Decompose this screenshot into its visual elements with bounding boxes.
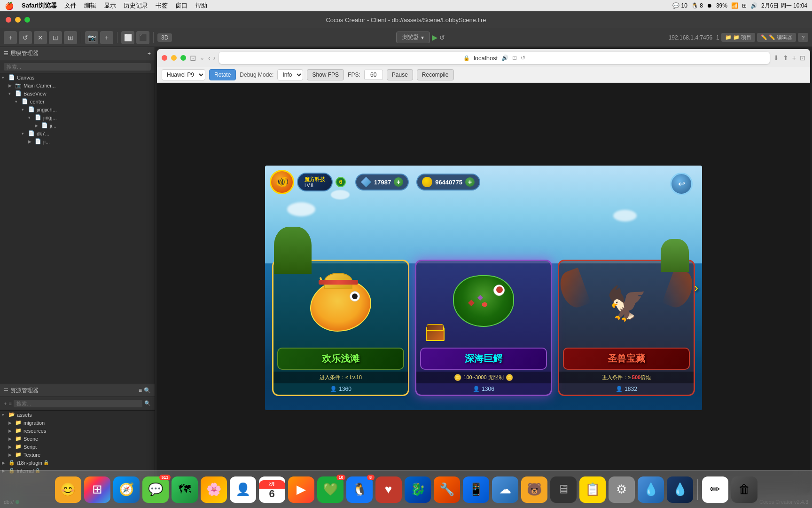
browser-max-btn[interactable]	[180, 55, 186, 61]
asset-search-input[interactable]	[14, 400, 142, 407]
tree-center[interactable]: ▾ 📄 center	[0, 97, 155, 105]
toolbar-layout1[interactable]: ⊡	[49, 31, 62, 44]
toolbar-refresh[interactable]: ↺	[19, 31, 32, 44]
tree-jingji1[interactable]: ▾ 📄 jingjich...	[0, 105, 155, 113]
dock-waterapp1[interactable]: 💧	[638, 476, 664, 503]
menubar-qq[interactable]: 🐧 8	[691, 2, 703, 9]
window-close[interactable]	[6, 17, 11, 23]
recompile-btn[interactable]: Recompile	[417, 69, 454, 80]
tree-scene[interactable]: ▶ 📁 Scene	[0, 435, 155, 443]
add-diamond-btn[interactable]: +	[394, 177, 403, 187]
menubar-wifi[interactable]: 📶	[731, 2, 738, 9]
tree-ji[interactable]: ▶ 📄 ji...	[0, 121, 155, 129]
dock-qq[interactable]: 🐧 8	[346, 476, 373, 503]
toolbar-3d-btn[interactable]: 3D	[157, 33, 172, 42]
download-icon[interactable]: ⬇	[773, 54, 779, 62]
dock-play[interactable]: ▶	[288, 476, 314, 503]
hierarchy-add-icon[interactable]: +	[148, 50, 151, 57]
window-maximize[interactable]	[24, 17, 30, 23]
toolbar-reload-btn[interactable]: ↺	[439, 34, 445, 41]
fps-input[interactable]	[364, 70, 383, 80]
dock-maps[interactable]: 🗺	[172, 476, 198, 503]
show-fps-btn[interactable]: Show FPS	[307, 69, 344, 80]
tree-resources[interactable]: ▶ 📁 resources	[0, 427, 155, 435]
share-icon[interactable]: ⬆	[783, 54, 789, 62]
browser-urlbar[interactable]: 🔒 localhost 🔊 ⊡ ↺	[219, 52, 769, 64]
add-coin-btn[interactable]: +	[465, 177, 475, 187]
tree-script[interactable]: ▶ 📁 Script	[0, 443, 155, 451]
menubar-help[interactable]: 帮助	[195, 1, 207, 10]
back-btn[interactable]: ↩	[670, 173, 693, 195]
toolbar-layout2[interactable]: ⊞	[64, 31, 77, 44]
room-1[interactable]: 欢乐浅滩 进入条件：≤ Lv.18 👤 1360	[272, 260, 409, 396]
dock-netease[interactable]: ♥	[375, 476, 402, 503]
apple-menu[interactable]: 🍎	[5, 1, 14, 10]
dock-screen[interactable]: 🖥	[550, 476, 577, 503]
asset-search-toggle-icon[interactable]: 🔍	[144, 387, 151, 394]
menubar-app-name[interactable]: Safari浏览器	[22, 1, 57, 10]
tree-baseview[interactable]: ▾ 📄 BaseView	[0, 89, 155, 97]
tree-migration[interactable]: ▶ 📁 migration	[0, 419, 155, 427]
browser-min-btn[interactable]	[171, 55, 177, 61]
asset-sort-icon[interactable]: ≡	[139, 387, 142, 394]
tree-ji2[interactable]: ▶ 📄 ji...	[0, 137, 155, 145]
debug-mode-selector[interactable]: Info	[277, 69, 303, 80]
tree-texture[interactable]: ▶ 📁 Texture	[0, 451, 155, 459]
dock-waterapp2[interactable]: 💧	[667, 476, 693, 503]
dock-safari[interactable]: 🧭	[113, 476, 140, 503]
window-minimize[interactable]	[15, 17, 21, 23]
dock-baiducloud[interactable]: ☁	[492, 476, 518, 503]
dock-baidu[interactable]: 🐉	[405, 476, 431, 503]
device-selector[interactable]: Huawei P9	[162, 69, 205, 80]
browser-mode-btn[interactable]: 浏览器 ▾	[396, 32, 430, 43]
asset-filter-icon[interactable]: 🔍	[144, 400, 151, 406]
hierarchy-search-input[interactable]	[4, 63, 151, 71]
browser-forward-btn[interactable]: ›	[213, 54, 216, 62]
toolbar-rect2[interactable]: ⬛	[136, 31, 149, 44]
dock-photos[interactable]: 🌸	[201, 476, 227, 503]
toolbar-play-btn[interactable]: ▶	[432, 33, 437, 42]
menubar-bookmarks[interactable]: 书签	[156, 1, 168, 10]
menubar-wechat[interactable]: 💬 10	[672, 2, 687, 9]
menubar-view[interactable]: 显示	[104, 1, 116, 10]
tree-i18n[interactable]: ▶ 🔒 i18n-plugin 🔒	[0, 459, 155, 467]
dock-bear[interactable]: 🐻	[521, 476, 547, 503]
dock-contacts[interactable]: 👤	[230, 476, 256, 503]
toolbar-editor-btn[interactable]: ✏️ ✏️ 编辑器	[757, 33, 796, 42]
reader-icon[interactable]: ⊡	[512, 55, 517, 61]
dock-notes[interactable]: 📋	[579, 476, 606, 503]
url-refresh-icon[interactable]: ↺	[521, 55, 525, 61]
dock-messages[interactable]: 💬 513	[142, 476, 169, 503]
menubar-edit[interactable]: 编辑	[84, 1, 96, 10]
tree-jingji2[interactable]: ▾ 📄 jingj...	[0, 113, 155, 121]
dock-textedit[interactable]: ✏	[702, 476, 728, 503]
toolbar-plus2[interactable]: +	[100, 31, 113, 44]
dock-finder[interactable]: 😊	[55, 476, 81, 503]
tree-main-camera[interactable]: ▶ 📷 Main Camer...	[0, 81, 155, 89]
speaker-icon[interactable]: 🔊	[501, 55, 508, 61]
asset-sort-btn[interactable]: ≡	[8, 401, 11, 406]
browser-sidebar-icon[interactable]: ⊡	[190, 54, 196, 63]
dock-launchpad[interactable]: ⊞	[84, 476, 110, 503]
dock-calendar[interactable]: 2月 6	[259, 476, 285, 503]
toolbar-rect[interactable]: ⬜	[121, 31, 134, 44]
pause-btn[interactable]: Pause	[387, 69, 413, 80]
room-2[interactable]: 深海巨鳄 🪙 100~3000 无限制 🪙 👤	[415, 260, 552, 396]
menubar-screen-record[interactable]: ⏺	[707, 2, 712, 9]
toolbar-help-btn[interactable]: ?	[798, 33, 808, 42]
browser-close-btn[interactable]	[162, 55, 167, 61]
dock-appstore[interactable]: 📱	[463, 476, 489, 503]
menubar-file[interactable]: 文件	[64, 1, 77, 10]
dock-preferences[interactable]: ⚙	[609, 476, 635, 503]
menubar-history[interactable]: 历史记录	[124, 1, 148, 10]
dock-trash[interactable]: 🗑	[731, 476, 757, 503]
new-tab-icon[interactable]: +	[792, 54, 796, 62]
menubar-control-center[interactable]: ⊞	[742, 2, 747, 9]
tabs-icon[interactable]: ⊡	[800, 54, 805, 62]
dock-wechat[interactable]: 💚 10	[317, 476, 344, 503]
toolbar-add[interactable]: +	[4, 31, 17, 44]
next-room-arrow[interactable]: ›	[694, 280, 698, 295]
rotate-btn[interactable]: Rotate	[209, 69, 236, 80]
tree-canvas[interactable]: ▾ 📄 Canvas	[0, 73, 155, 81]
asset-add-btn[interactable]: +	[4, 401, 7, 406]
